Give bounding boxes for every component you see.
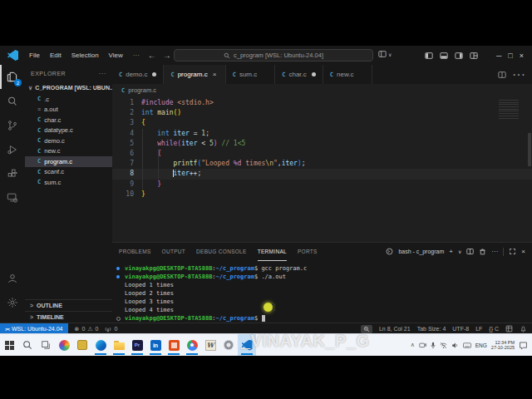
panel-tab-ports[interactable]: PORTS [298,243,318,261]
remote-explorer-icon[interactable] [0,185,24,209]
editor-scrollbar[interactable] [528,133,531,166]
tab-demo.c[interactable]: Cdemo.c [112,65,164,84]
extensions-icon[interactable] [0,161,24,185]
maximize-panel-icon[interactable] [509,248,516,255]
action-center-icon[interactable] [519,341,528,350]
command-center-search[interactable]: c_program [WSL: Ubuntu-24.04] [174,49,373,62]
ports-indicator[interactable]: 0 [105,326,117,332]
customize-layout-icon[interactable] [470,52,478,60]
token: \n [265,160,273,167]
file-sum.c[interactable]: Csum.c [25,177,112,188]
yellow-app-icon[interactable] [73,334,91,356]
workspace-root-folder[interactable]: ∨ C_PROGRAM [WSL: UBUN... [25,81,112,94]
code-editor[interactable]: 1#include <stdio.h>2int main()3{4 int it… [112,96,532,243]
status-encoding[interactable]: UTF-8 [452,326,469,332]
minimap[interactable] [499,100,519,120]
panel-tab-output[interactable]: OUTPUT [162,243,186,261]
toggle-sidebar-icon[interactable] [425,52,433,60]
language-indicator[interactable]: ENG [475,342,487,348]
terminal-dropdown-icon[interactable]: ∨ [458,249,461,254]
gray-app-icon[interactable] [219,334,238,356]
tray-chevron-icon[interactable]: ∧ [411,342,415,348]
panel-tab-terminal[interactable]: TERMINAL [258,243,287,261]
run-debug-icon[interactable] [0,137,24,161]
status-language[interactable]: {} C [489,326,499,332]
status-tab-size[interactable]: Tab Size: 4 [417,326,446,332]
file-program.c[interactable]: Cprogram.c [25,156,112,167]
maximize-button[interactable]: □ [508,52,512,60]
shell-label[interactable]: bash - c_program [398,249,444,254]
file-char.c[interactable]: Cchar.c [25,115,112,126]
activity-bar: 2 [0,65,26,323]
tab-sum.c[interactable]: Csum.c [226,65,276,84]
explorer-icon[interactable]: 2 [0,65,24,89]
new-terminal-icon[interactable]: + [449,248,453,255]
accounts-icon[interactable] [0,266,24,290]
feedback-grid-icon[interactable] [505,325,513,332]
taskbar-clock[interactable]: 12:34 PM 27-10-2025 [491,340,515,351]
toggle-panel-icon[interactable] [440,52,448,60]
breadcrumb[interactable]: C program.c [112,84,532,96]
panel-tab-problems[interactable]: PROBLEMS [119,243,151,261]
premiere-icon[interactable]: Pr [128,334,146,356]
minimize-button[interactable]: ─ [496,52,501,60]
menu-view[interactable]: View [104,46,128,65]
tab-program.c[interactable]: Cprogram.c× [164,65,225,84]
file-.c[interactable]: C.c [25,94,112,105]
terminal-area[interactable]: vinayakpg@DESKTOP-8TA588B:~/c_program$ g… [116,264,527,323]
file-explorer-icon[interactable] [110,334,128,356]
sidebar-more-icon[interactable]: ··· [99,70,107,77]
linkedin-icon[interactable]: in [146,334,165,356]
binary-file-icon: ≡ [37,106,41,112]
source-control-icon[interactable] [0,113,24,137]
status-eol[interactable]: LF [475,326,482,332]
panel-tab-debug-console[interactable]: DEBUG CONSOLE [196,243,247,261]
camera-tray-icon[interactable] [419,342,426,348]
chrome-icon[interactable] [183,334,201,356]
forward-icon[interactable]: → [160,51,175,60]
toggle-secondary-sidebar-icon[interactable] [455,52,463,60]
volume-tray-icon[interactable] [451,342,459,349]
edge-icon[interactable] [91,334,110,356]
layout-dropdown-button[interactable]: ∨ [378,50,392,58]
file-datatype.c[interactable]: Cdatatype.c [25,126,112,136]
section-timeline[interactable]: >TIMELINE [25,311,112,323]
file-a.out[interactable]: ≡a.out [25,105,112,116]
touch-keyboard-tray-icon[interactable] [463,342,471,348]
network-tray-icon[interactable] [440,342,447,349]
section-outline[interactable]: >OUTLINE [25,299,112,311]
menu-more-icon[interactable]: ··· [128,46,145,65]
back-icon[interactable]: ← [145,51,160,60]
orange-app-icon[interactable] [165,334,183,356]
pinwheel-app-icon[interactable] [55,334,73,356]
file-new.c[interactable]: Cnew.c [25,146,112,157]
taskbar-search-button[interactable] [18,334,37,356]
kill-terminal-icon[interactable] [479,248,486,255]
split-terminal-icon[interactable] [466,248,474,255]
code-line: 8 iter++; [112,169,532,179]
panel-more-icon[interactable]: ··· [491,248,498,255]
close-window-button[interactable]: × [520,52,524,60]
editor-more-icon[interactable]: ··· [512,67,525,82]
tab-char.c[interactable]: Cchar.c [275,65,323,84]
tab-label: program.c [178,71,208,78]
status-line-col[interactable]: Ln 8, Col 21 [379,326,411,332]
file-demo.c[interactable]: Cdemo.c [25,135,112,146]
close-tab-icon[interactable]: × [213,71,219,78]
menu-edit[interactable]: Edit [45,46,66,65]
search-sidebar-icon[interactable] [0,89,24,113]
tab-new.c[interactable]: Cnew.c [323,65,372,84]
menu-selection[interactable]: Selection [66,46,104,65]
microphone-tray-icon[interactable] [431,342,436,349]
task-view-button[interactable] [37,334,55,356]
problems-indicator[interactable]: ⊗ 0 ⚠ 0 [75,326,99,332]
panel-controls: bash - c_program + ∨ ··· × [386,248,525,256]
notifications-bell-icon[interactable] [520,325,527,332]
split-editor-icon[interactable] [498,71,506,79]
menu-file[interactable]: File [24,46,45,65]
close-panel-icon[interactable]: × [521,248,525,255]
settings-gear-icon[interactable] [0,290,24,314]
start-button[interactable] [0,334,18,356]
script-app-icon[interactable]: W [201,334,219,356]
file-scanf.c[interactable]: Cscanf.c [25,167,112,178]
